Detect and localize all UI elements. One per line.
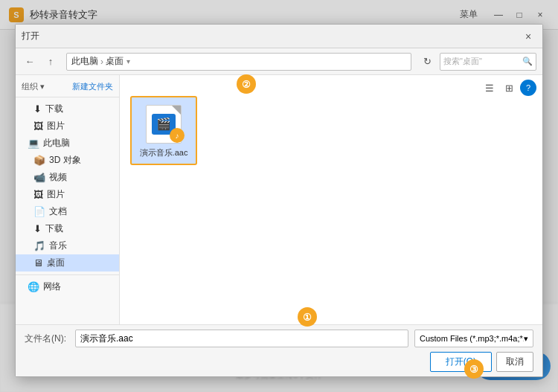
- filetype-arrow: ▾: [524, 334, 528, 344]
- sidebar-item-desktop[interactable]: 🖥 桌面: [16, 254, 119, 271]
- sidebar-thispc-label: 此电脑: [43, 137, 70, 150]
- download-icon: ⬇: [33, 103, 42, 115]
- sidebar-video-label: 视频: [49, 171, 67, 184]
- breadcrumb[interactable]: 此电脑 › 桌面 ▾: [66, 53, 411, 71]
- sidebar-item-network[interactable]: 🌐 网络: [16, 278, 119, 295]
- help-button[interactable]: ?: [520, 80, 536, 96]
- sidebar-divider-2: [16, 274, 119, 275]
- file-icon-wrapper: 🎬 ♪: [141, 103, 186, 144]
- annotation-circle-3: ③: [464, 359, 484, 379]
- search-placeholder: 搜索"桌面": [443, 56, 521, 67]
- sidebar-item-photos[interactable]: 🖼 图片: [16, 186, 119, 203]
- audio-badge: ♪: [170, 128, 185, 143]
- dialog-toolbar: ← ↑ 此电脑 › 桌面 ▾ ↻ 搜索"桌面" 🔍: [16, 48, 542, 75]
- sidebar-pictures-label: 图片: [47, 120, 65, 132]
- view-toggle-button[interactable]: ☰: [481, 80, 498, 96]
- sidebar-3d-label: 3D 对象: [49, 154, 81, 167]
- 3d-icon: 📦: [33, 155, 45, 166]
- organize-label[interactable]: 组织 ▾: [22, 81, 45, 92]
- sidebar-doc-label: 文档: [49, 205, 67, 218]
- filetype-dropdown[interactable]: Custom Files (*.mp3;*.m4a;*. ▾: [414, 330, 533, 347]
- filename-label: 文件名(N):: [25, 332, 69, 345]
- footer-row-buttons: 打开(O) 取消: [25, 352, 533, 372]
- sidebar-item-thispc[interactable]: 💻 此电脑: [16, 135, 119, 152]
- breadcrumb-home: 此电脑: [71, 55, 98, 68]
- sidebar-desktop-label: 桌面: [47, 257, 65, 269]
- sidebar-music-label: 音乐: [49, 240, 67, 252]
- file-open-dialog: 打开 × ← ↑ 此电脑 › 桌面 ▾ ↻ 搜索"桌面" 🔍 组织: [15, 24, 543, 377]
- new-folder-label[interactable]: 新建文件夹: [72, 81, 113, 92]
- back-button[interactable]: ←: [22, 54, 38, 70]
- annotation-circle-1: ①: [298, 307, 317, 327]
- app-window: S 秒转录音转文字 菜单 — □ × 将音频文件拖拽至此区域，或点击添加 + 选…: [0, 0, 558, 392]
- photo-icon: 🖼: [33, 189, 43, 200]
- file-dialog-sidebar: 组织 ▾ 新建文件夹 ⬇ 下载 🖼 图片 💻 此电脑 📦: [16, 75, 120, 324]
- sidebar-downloads2-label: 下载: [45, 222, 63, 235]
- sidebar-divider-1: [16, 97, 119, 97]
- dialog-body: 组织 ▾ 新建文件夹 ⬇ 下载 🖼 图片 💻 此电脑 📦: [16, 75, 542, 324]
- file-main-area: ☰ ⊞ ? 🎬 ♪ 演示音乐.: [120, 75, 542, 324]
- thispc-icon: 💻: [28, 138, 39, 149]
- annotation-circle-2: ②: [237, 74, 256, 94]
- sidebar-item-download[interactable]: ⬇ 下载: [16, 100, 119, 118]
- file-item[interactable]: 🎬 ♪ 演示音乐.aac: [130, 96, 197, 165]
- music-icon: 🎵: [33, 240, 45, 251]
- dialog-title: 打开: [22, 30, 520, 42]
- dialog-close-button[interactable]: ×: [520, 28, 536, 45]
- sidebar-item-3dobjects[interactable]: 📦 3D 对象: [16, 152, 119, 169]
- search-icon: 🔍: [522, 57, 533, 66]
- footer-row-filename: 文件名(N): Custom Files (*.mp3;*.m4a;*. ▾: [25, 330, 533, 347]
- breadcrumb-arrow: ▾: [126, 57, 130, 65]
- network-icon: 🌐: [28, 281, 39, 292]
- sidebar-network-label: 网络: [43, 280, 61, 293]
- sidebar-item-documents[interactable]: 📄 文档: [16, 203, 119, 220]
- video-icon: 📹: [33, 172, 45, 183]
- download2-icon: ⬇: [33, 223, 42, 234]
- sidebar-item-video[interactable]: 📹 视频: [16, 169, 119, 186]
- sidebar-photo-label: 图片: [47, 188, 65, 201]
- sidebar-item-pictures[interactable]: 🖼 图片: [16, 118, 119, 135]
- sidebar-download-label: 下载: [45, 103, 63, 115]
- cancel-button[interactable]: 取消: [496, 352, 533, 372]
- filename-input[interactable]: [75, 330, 408, 347]
- sidebar-organize: 组织 ▾ 新建文件夹: [16, 78, 119, 94]
- filetype-value: Custom Files (*.mp3;*.m4a;*.: [420, 334, 524, 343]
- dialog-title-bar: 打开 ×: [16, 25, 542, 48]
- view-grid-button[interactable]: ⊞: [501, 80, 517, 96]
- view-toolbar: ☰ ⊞ ?: [481, 80, 536, 96]
- breadcrumb-current: 桌面: [106, 55, 124, 68]
- desktop-icon: 🖥: [33, 257, 43, 269]
- document-icon: 📄: [33, 206, 45, 217]
- refresh-button[interactable]: ↻: [419, 54, 435, 70]
- sidebar-item-downloads2[interactable]: ⬇ 下载: [16, 220, 119, 237]
- search-bar[interactable]: 搜索"桌面" 🔍: [440, 53, 536, 71]
- file-grid: 🎬 ♪ 演示音乐.aac: [127, 90, 535, 171]
- sidebar-item-music[interactable]: 🎵 音乐: [16, 237, 119, 254]
- file-name: 演示音乐.aac: [140, 147, 188, 158]
- pictures-icon: 🖼: [33, 121, 43, 132]
- dialog-footer: 文件名(N): Custom Files (*.mp3;*.m4a;*. ▾ 打…: [16, 324, 542, 376]
- breadcrumb-separator: ›: [100, 57, 103, 67]
- forward-button[interactable]: ↑: [42, 54, 59, 70]
